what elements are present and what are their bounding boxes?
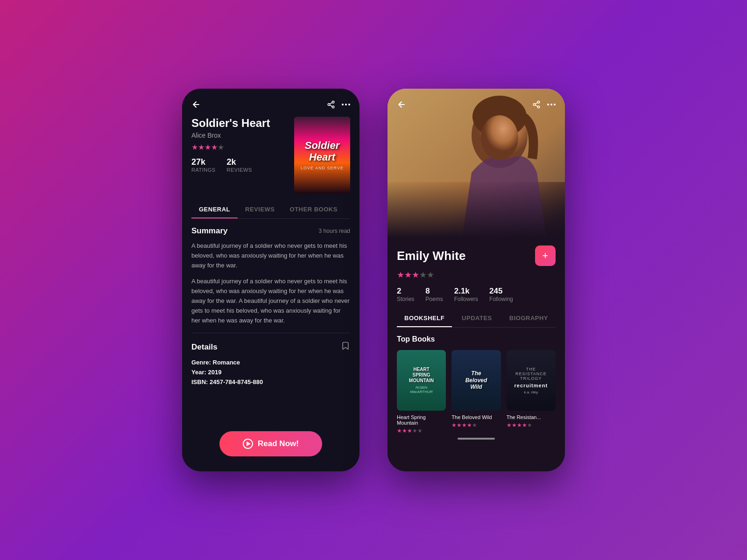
profile-header-icons (388, 89, 565, 117)
summary-paragraph-1: A beautiful journey of a soldier who nev… (191, 241, 350, 270)
books-grid: HEARTSPRINGMOUNTAIN ROBINMacARTHUR Heart… (397, 350, 556, 434)
tab-bookshelf[interactable]: BOOKSHELF (397, 310, 452, 327)
book3-series-text: THE RESISTANCE TRILOGY (510, 367, 552, 381)
profile-tabs: BOOKSHELF UPDATES BIOGRAPHY (397, 310, 556, 328)
stories-count: 2 (397, 287, 414, 296)
book-title: Soldier's Heart (191, 117, 294, 130)
book3-stars: ★★★★★ (507, 422, 556, 428)
share-button[interactable] (327, 100, 335, 109)
book-tabs: GENERAL REVIEWS OTHER BOOKS (191, 201, 350, 219)
tab-general[interactable]: GENERAL (191, 201, 238, 218)
reviews-stat: 2k REVIEWS (227, 157, 252, 173)
back-button[interactable] (191, 100, 201, 109)
detail-genre: Genre: Romance (191, 359, 350, 366)
book-scroll-content: Summary 3 hours read A beautiful journey… (182, 219, 359, 421)
read-now-button[interactable]: Read Now! (219, 431, 322, 456)
svg-line-14 (535, 103, 537, 104)
book1-stars: ★★★★★ (397, 427, 446, 434)
book1-cover-text: HEARTSPRINGMOUNTAIN (409, 367, 434, 384)
phone-profile: Emily White + ★★★★★ 2 Stories 8 Poems (388, 89, 565, 471)
poems-count: 8 (425, 287, 443, 296)
reviews-label: REVIEWS (227, 167, 252, 173)
cover-title-line2: Heart (301, 152, 344, 163)
reviews-count: 2k (227, 157, 252, 167)
profile-info-section: Emily White + ★★★★★ 2 Stories 8 Poems (388, 238, 565, 328)
stories-label: Stories (397, 296, 414, 302)
followers-label: Followers (454, 296, 478, 302)
tab-other-books[interactable]: OTHER BOOKS (282, 201, 345, 218)
profile-rating: ★★★★★ (397, 270, 556, 280)
book-thumb-1: HEARTSPRINGMOUNTAIN ROBINMacARTHUR (397, 350, 446, 411)
profile-stats: 2 Stories 8 Poems 2.1k Followers 245 Fol… (397, 287, 556, 302)
book-card-2[interactable]: TheBelovedWild The Beloved Wild ★★★★★ (451, 350, 500, 434)
ratings-stat: 27k RATINGS (191, 157, 216, 173)
year-label: Year: (191, 369, 206, 376)
book-rating-stars: ★★★★★ (191, 143, 294, 152)
book-author: Alice Brox (191, 132, 294, 139)
phones-container: Soldier's Heart Alice Brox ★★★★★ 27k RAT… (182, 89, 565, 471)
year-value: 2019 (208, 369, 221, 376)
followers-count: 2.1k (454, 287, 478, 296)
book3-cover-text: recruitment (510, 383, 552, 388)
tab-reviews[interactable]: REVIEWS (238, 201, 282, 218)
read-now-container: Read Now! (182, 421, 359, 471)
top-books-title: Top Books (397, 335, 556, 343)
book1-title: Heart Spring Mountain (397, 414, 446, 426)
svg-line-4 (330, 103, 332, 104)
read-now-label: Read Now! (258, 439, 299, 448)
tab-updates[interactable]: UPDATES (452, 310, 502, 327)
book-card-3[interactable]: THE RESISTANCE TRILOGY recruitment k.a. … (507, 350, 556, 434)
more-options-button[interactable] (342, 104, 350, 105)
details-title: Details (191, 343, 218, 352)
bookmark-icon[interactable] (341, 341, 350, 353)
book2-title: The Beloved Wild (451, 414, 500, 420)
detail-year: Year: 2019 (191, 369, 350, 376)
book-cover-image: Soldier Heart LOVE AND SERVE (294, 117, 350, 194)
genre-value: Romance (213, 359, 240, 366)
isbn-label: ISBN: (191, 378, 208, 385)
profile-back-button[interactable] (397, 100, 406, 109)
book3-title: The Resistan... (507, 414, 556, 420)
profile-scroll-content: Top Books HEARTSPRINGMOUNTAIN ROBINMacAR… (388, 328, 565, 471)
profile-name-row: Emily White + (397, 245, 556, 266)
summary-title: Summary (191, 226, 227, 236)
detail-isbn: ISBN: 2457-784-8745-880 (191, 378, 350, 385)
following-count: 245 (489, 287, 513, 296)
play-triangle (247, 441, 251, 446)
poems-stat: 8 Poems (425, 287, 443, 302)
cover-subtitle: LOVE AND SERVE (301, 166, 344, 170)
book2-cover-text: TheBelovedWild (465, 370, 487, 390)
profile-share-button[interactable] (532, 100, 541, 109)
profile-content: Emily White + ★★★★★ 2 Stories 8 Poems (388, 89, 565, 471)
play-icon (243, 439, 253, 449)
book-card-1[interactable]: HEARTSPRINGMOUNTAIN ROBINMacARTHUR Heart… (397, 350, 446, 434)
profile-more-button[interactable] (547, 104, 556, 105)
add-follow-button[interactable]: + (535, 245, 556, 266)
book-thumb-2: TheBelovedWild (451, 350, 500, 411)
scroll-indicator (458, 438, 495, 440)
ratings-count: 27k (191, 157, 216, 167)
following-stat: 245 Following (489, 287, 513, 302)
svg-line-3 (330, 105, 332, 106)
summary-header: Summary 3 hours read (191, 226, 350, 236)
book-stats-row: 27k RATINGS 2k REVIEWS (191, 157, 294, 173)
read-time: 3 hours read (319, 228, 350, 234)
profile-hero-image (388, 89, 565, 238)
phone-book-detail: Soldier's Heart Alice Brox ★★★★★ 27k RAT… (182, 89, 359, 471)
phone1-header (182, 89, 359, 117)
svg-point-9 (481, 115, 518, 160)
book2-stars: ★★★★★ (451, 422, 500, 428)
poems-label: Poems (425, 296, 443, 302)
book-info-row: Soldier's Heart Alice Brox ★★★★★ 27k RAT… (182, 117, 359, 201)
genre-label: Genre: (191, 359, 211, 366)
cover-title-line1: Soldier (301, 140, 344, 151)
tab-biography[interactable]: BIOGRAPHY (502, 310, 556, 327)
profile-name: Emily White (397, 249, 465, 263)
section-divider (191, 333, 350, 333)
svg-line-13 (535, 105, 537, 106)
book3-author-text: k.a. riley (510, 390, 552, 394)
following-label: Following (489, 296, 513, 302)
book-thumb-3: THE RESISTANCE TRILOGY recruitment k.a. … (507, 350, 556, 411)
ratings-label: RATINGS (191, 167, 216, 173)
details-header: Details (191, 341, 350, 353)
